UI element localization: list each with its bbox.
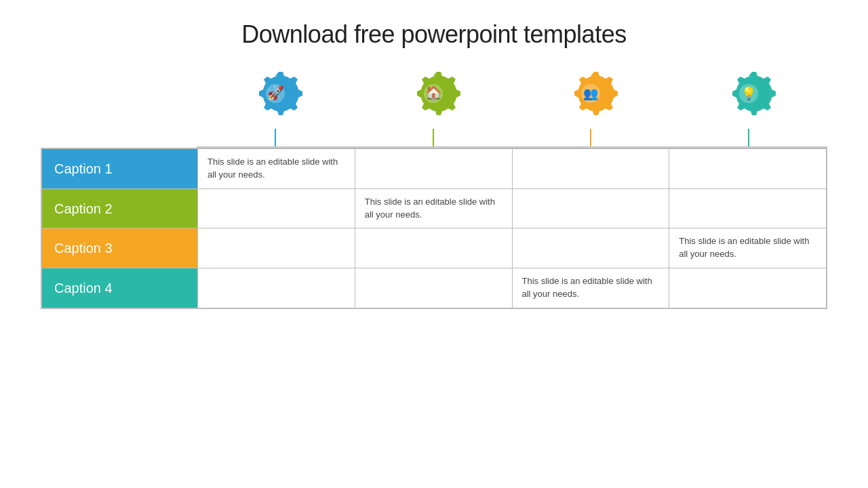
icon-col-4: 💡: [670, 69, 828, 146]
icon-col-2: 🏠: [355, 69, 513, 146]
connector-1: [275, 129, 276, 146]
page: Download free powerpoint templates 🚀: [0, 0, 868, 488]
content-cell-4-3: This slide is an editable slide with all…: [512, 268, 669, 308]
page-title: Download free powerpoint templates: [241, 20, 626, 49]
caption-cell-1: Caption 1: [42, 149, 198, 189]
content-cell-3-3: [512, 228, 669, 268]
gear-icon-1: 🚀: [245, 69, 305, 129]
icons-section: 🚀 🏠: [41, 69, 827, 148]
content-cell-1-1: This slide is an editable slide with all…: [198, 149, 355, 189]
svg-text:🚀: 🚀: [267, 85, 284, 101]
icon-col-3: 👥: [512, 69, 670, 146]
content-cell-4-4: [669, 268, 827, 308]
svg-text:💡: 💡: [741, 86, 757, 101]
gear-icon-2: 🏠: [403, 69, 463, 129]
content-cell-2-4: [669, 188, 827, 228]
table-row: Caption 3This slide is an editable slide…: [42, 228, 827, 268]
connector-3: [590, 129, 591, 146]
content-cell-1-2: [355, 149, 512, 189]
svg-text:🏠: 🏠: [425, 85, 441, 101]
gear-icon-4: 💡: [719, 69, 778, 129]
caption-cell-3: Caption 3: [42, 228, 198, 268]
svg-text:👥: 👥: [583, 86, 599, 101]
content-cell-3-2: [355, 228, 512, 268]
data-table: Caption 1This slide is an editable slide…: [41, 148, 827, 309]
content-cell-2-1: [198, 188, 355, 228]
caption-cell-2: Caption 2: [42, 188, 198, 228]
content-cell-4-2: [355, 268, 512, 308]
content-cell-1-4: [669, 149, 827, 189]
content-cell-4-1: [198, 268, 355, 308]
content-cell-1-3: [512, 149, 669, 189]
table-row: Caption 2This slide is an editable slide…: [42, 188, 827, 228]
icon-col-1: 🚀: [197, 69, 355, 146]
content-cell-2-2: This slide is an editable slide with all…: [355, 188, 512, 228]
connector-2: [433, 129, 434, 146]
icons-row: 🚀 🏠: [41, 69, 827, 146]
connector-4: [748, 129, 749, 146]
content-cell-3-4: This slide is an editable slide with all…: [669, 228, 827, 268]
content-cell-2-3: [512, 188, 669, 228]
caption-cell-4: Caption 4: [42, 268, 198, 308]
gear-icon-3: 👥: [561, 69, 620, 129]
content-cell-3-1: [198, 228, 355, 268]
table-row: Caption 4This slide is an editable slide…: [42, 268, 827, 308]
table-row: Caption 1This slide is an editable slide…: [42, 149, 827, 189]
